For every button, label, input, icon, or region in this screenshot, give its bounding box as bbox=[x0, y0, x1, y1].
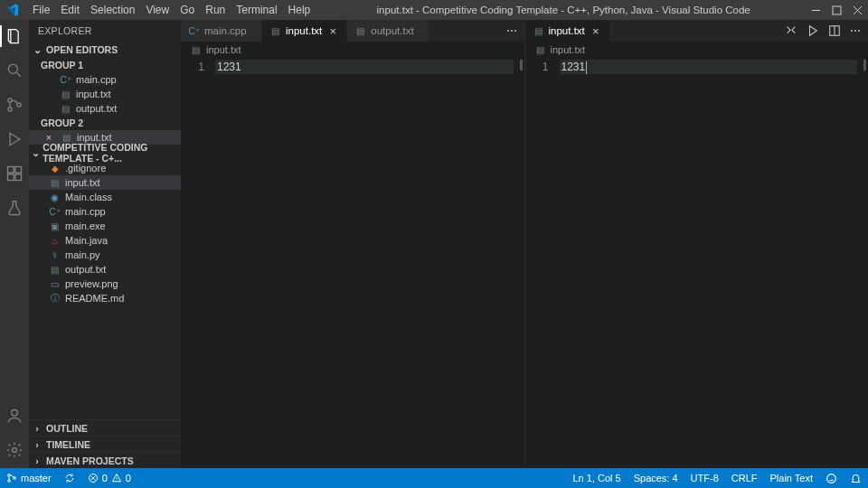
minimap[interactable] bbox=[852, 58, 868, 468]
more-actions-icon[interactable]: ⋯ bbox=[850, 24, 861, 37]
open-editors-section[interactable]: ⌄OPEN EDITORS bbox=[29, 42, 181, 58]
file-item[interactable]: ◆.gitignore bbox=[29, 161, 181, 175]
file-item[interactable]: ⓘREADME.md bbox=[29, 291, 181, 305]
close-button[interactable] bbox=[853, 5, 863, 15]
chevron-down-icon: ⌄ bbox=[31, 147, 40, 158]
tab-input-txt[interactable]: ▤input.txt× bbox=[525, 20, 610, 42]
run-file-icon[interactable] bbox=[807, 24, 819, 37]
svg-point-9 bbox=[12, 409, 18, 416]
outline-section[interactable]: ›OUTLINE bbox=[29, 419, 181, 436]
text-file-icon: ▤ bbox=[354, 25, 366, 37]
svg-point-1 bbox=[8, 64, 17, 73]
feedback-icon[interactable] bbox=[819, 473, 844, 484]
close-icon[interactable]: × bbox=[590, 24, 602, 38]
activity-bar bbox=[0, 20, 29, 468]
menu-view[interactable]: View bbox=[140, 2, 175, 18]
text-file-icon: ▤ bbox=[269, 25, 281, 37]
file-name: Main.class bbox=[65, 192, 112, 202]
svg-point-13 bbox=[8, 480, 11, 483]
warning-count: 0 bbox=[126, 473, 131, 483]
indentation[interactable]: Spaces: 4 bbox=[627, 473, 684, 483]
minimize-button[interactable] bbox=[811, 5, 821, 15]
svg-point-3 bbox=[8, 108, 12, 111]
tab-bar: ▤input.txt× ⋯ bbox=[525, 20, 869, 42]
tab-bar: C⁺main.cpp ▤input.txt× ▤output.txt ⋯ bbox=[181, 20, 524, 42]
java-file-icon: ♨ bbox=[49, 235, 61, 247]
section-label: MAVEN PROJECTS bbox=[46, 455, 134, 466]
code-editor[interactable]: 1 1231 bbox=[525, 58, 869, 468]
language-mode[interactable]: Plain Text bbox=[764, 473, 820, 483]
sync-button[interactable] bbox=[58, 468, 81, 488]
encoding[interactable]: UTF-8 bbox=[684, 473, 725, 483]
branch-name: master bbox=[21, 473, 52, 483]
svg-rect-0 bbox=[833, 6, 841, 14]
line-content: 1231 bbox=[560, 60, 869, 74]
section-label: OUTLINE bbox=[46, 423, 88, 434]
menu-bar: File Edit Selection View Go Run Terminal… bbox=[27, 2, 316, 18]
file-item[interactable]: ▣main.exe bbox=[29, 219, 181, 233]
problems[interactable]: 00 bbox=[81, 468, 137, 488]
text-file-icon: ▤ bbox=[190, 44, 202, 56]
cpp-file-icon: C⁺ bbox=[60, 74, 71, 86]
svg-point-4 bbox=[17, 103, 21, 107]
menu-edit[interactable]: Edit bbox=[55, 2, 85, 18]
breadcrumb[interactable]: ▤input.txt bbox=[525, 42, 869, 58]
file-item[interactable]: ♨Main.java bbox=[29, 233, 181, 248]
settings-gear-icon[interactable] bbox=[4, 439, 25, 461]
svg-rect-5 bbox=[8, 167, 14, 174]
compare-icon[interactable] bbox=[785, 24, 797, 37]
file-item[interactable]: ▭preview.png bbox=[29, 277, 181, 291]
code-editor[interactable]: 1 1231 bbox=[181, 58, 524, 468]
tab-main-cpp[interactable]: C⁺main.cpp bbox=[181, 20, 262, 42]
svg-point-16 bbox=[827, 474, 836, 483]
open-editor-item[interactable]: ▤input.txt bbox=[29, 87, 181, 101]
image-file-icon: ▭ bbox=[49, 278, 61, 290]
file-name: output.txt bbox=[76, 103, 117, 114]
maven-projects-section[interactable]: ›MAVEN PROJECTS bbox=[29, 452, 181, 468]
test-icon[interactable] bbox=[4, 197, 25, 219]
menu-run[interactable]: Run bbox=[200, 2, 231, 18]
run-debug-icon[interactable] bbox=[4, 128, 25, 150]
tab-input-txt[interactable]: ▤input.txt× bbox=[262, 20, 347, 42]
explorer-icon[interactable] bbox=[4, 25, 25, 47]
split-editor-icon[interactable] bbox=[828, 24, 841, 37]
file-item[interactable]: ⚕main.py bbox=[29, 248, 181, 262]
text-file-icon: ▤ bbox=[533, 25, 544, 37]
menu-help[interactable]: Help bbox=[283, 2, 316, 18]
maximize-button[interactable] bbox=[832, 5, 842, 15]
file-name: input.txt bbox=[65, 177, 100, 188]
timeline-section[interactable]: ›TIMELINE bbox=[29, 436, 181, 452]
file-item[interactable]: ◉Main.class bbox=[29, 190, 181, 204]
menu-selection[interactable]: Selection bbox=[85, 2, 140, 18]
file-name: main.cpp bbox=[76, 74, 117, 85]
open-editor-item[interactable]: C⁺main.cpp bbox=[29, 72, 181, 87]
tab-output-txt[interactable]: ▤output.txt bbox=[347, 20, 429, 42]
breadcrumb-label: input.txt bbox=[206, 44, 241, 55]
source-control-icon[interactable] bbox=[4, 94, 25, 116]
file-item[interactable]: ▤output.txt bbox=[29, 262, 181, 277]
open-editors-label: OPEN EDITORS bbox=[46, 44, 118, 55]
eol[interactable]: CRLF bbox=[725, 473, 764, 483]
tab-label: input.txt bbox=[549, 25, 585, 36]
tab-label: output.txt bbox=[371, 25, 413, 36]
more-actions-icon[interactable]: ⋯ bbox=[506, 24, 517, 37]
search-icon[interactable] bbox=[4, 60, 25, 81]
accounts-icon[interactable] bbox=[4, 405, 25, 427]
open-editor-item[interactable]: ▤output.txt bbox=[29, 101, 181, 116]
markdown-file-icon: ⓘ bbox=[49, 293, 61, 305]
git-branch[interactable]: master bbox=[0, 468, 58, 488]
cursor-position[interactable]: Ln 1, Col 5 bbox=[566, 473, 627, 483]
menu-file[interactable]: File bbox=[27, 2, 55, 18]
minimap[interactable] bbox=[508, 58, 524, 468]
notifications-icon[interactable] bbox=[844, 473, 868, 484]
line-number: 1 bbox=[525, 58, 560, 468]
menu-terminal[interactable]: Terminal bbox=[231, 2, 282, 18]
file-item[interactable]: ▤input.txt bbox=[29, 175, 181, 190]
file-name: .gitignore bbox=[65, 163, 106, 174]
folder-section[interactable]: ⌄COMPETITIVE CODING TEMPLATE - C+... bbox=[29, 145, 181, 161]
file-item[interactable]: C⁺main.cpp bbox=[29, 204, 181, 219]
close-icon[interactable]: × bbox=[326, 24, 339, 38]
menu-go[interactable]: Go bbox=[175, 2, 200, 18]
extensions-icon[interactable] bbox=[4, 163, 25, 184]
breadcrumb[interactable]: ▤input.txt bbox=[181, 42, 524, 58]
